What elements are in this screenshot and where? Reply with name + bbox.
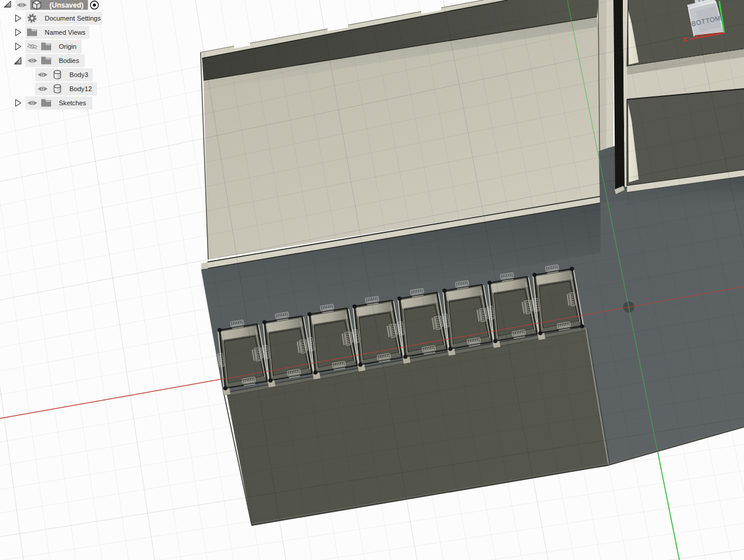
svg-text:Sketches: Sketches <box>59 99 86 106</box>
svg-text:Named Views: Named Views <box>45 29 86 36</box>
svg-text:Origin: Origin <box>59 43 76 50</box>
svg-text:Bodies: Bodies <box>59 57 79 64</box>
svg-text:Body12: Body12 <box>69 85 92 92</box>
svg-text:Document Settings: Document Settings <box>45 15 101 22</box>
svg-text:Body3: Body3 <box>69 71 88 78</box>
svg-text:(Unsaved): (Unsaved) <box>49 1 84 9</box>
